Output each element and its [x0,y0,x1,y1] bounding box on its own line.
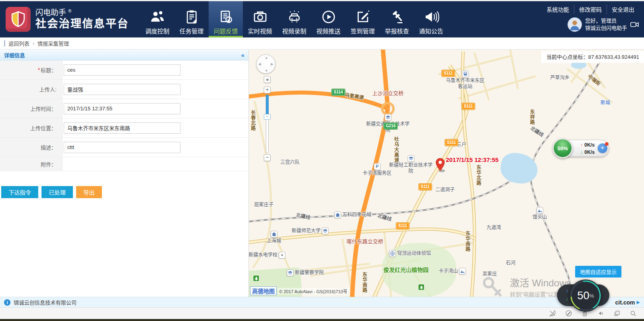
top-link-3[interactable]: 安全退出 [607,4,639,14]
pan-up-icon[interactable]: ▲ [265,56,268,60]
field-value-upload-time [62,99,248,118]
nav-item-1[interactable]: 调度控制 [140,1,174,37]
zoom-in-button[interactable]: + [264,87,271,93]
center-coordinate-readout: 当前中心点坐标：87.637633,43.924491 [541,51,644,63]
nav-item-label: 任务管理 [179,27,203,35]
download-arrow-icon: ↓ [579,149,584,156]
nav-item-9[interactable]: 通知公告 [414,1,448,37]
map-label: 芦草沟乡 [550,74,569,81]
nav-item-label: 举报核查 [385,27,409,35]
greeting-line: 您好，管理员 [585,17,627,25]
rocket-icon[interactable] [549,310,556,317]
field-value-description [62,138,248,157]
processed-button[interactable]: 已处理 [41,186,73,198]
user-name: 锦诚云创闪电助手 [585,25,627,32]
tree-icon [253,275,259,282]
field-label-title: *标题： [0,60,62,79]
brand-name: 闪电助手 [35,9,66,17]
form-row-uploader: 上传人: [0,80,248,99]
nav-item-7[interactable]: 签到管理 [346,1,380,37]
map-label: 东祥路 [529,109,536,125]
brand-text: 闪电助手 ® 社会治理信息平台 [35,8,129,30]
title-input[interactable] [64,64,180,76]
parking-icon: P [373,163,380,170]
brand-line2: 社会治理信息平台 [35,18,129,30]
map-fit-button[interactable]: 地图自适应显示 [575,266,621,278]
zoom-out-button[interactable]: − [264,154,271,161]
nav-item-2[interactable]: 任务管理 [174,1,209,37]
description-input[interactable] [64,142,180,153]
field-label-upload-location: 上传位置： [0,118,62,137]
map-poi-label: 新疆警察学院 [295,270,324,276]
notice-megaphone-icon [423,9,439,25]
map-attribution: © 2017 AutoNavi - GS(2016)710号 [278,288,349,294]
nav-item-label: 调度控制 [145,27,169,35]
registered-mark: ® [68,8,71,13]
nav-item-4[interactable]: 实时视频 [243,1,277,37]
export-button[interactable]: 导出 [76,186,102,198]
form-row-title: *标题： [0,60,248,80]
map-poi: 新疆师范大学 [292,228,329,234]
user-greeting: 您好，管理员 锦诚云创闪电助手 [585,17,627,31]
pan-down-icon[interactable]: ▼ [265,69,268,73]
map-label: 吴家庄 [482,270,497,277]
college-icon [385,114,391,121]
college-icon [322,228,329,234]
breadcrumb: 返回列表 › 情报采集管理 [0,37,644,50]
taskbar-edge [0,319,644,321]
map-poi-label: 卡子湾山 [439,268,458,274]
zoom-slider-handle[interactable]: − [264,114,271,120]
nav-item-3[interactable]: 问题反馈 [209,1,243,37]
feedback-doc-check-icon [218,9,234,25]
window-restore-icon[interactable] [613,310,621,317]
panel-title: 详细信息 [4,51,25,59]
main-content: 详细信息 « *标题：上传人:上传时间：上传位置：描述：附件： 下达指令已处理导… [0,50,644,297]
map-label: 长春北路 [250,110,257,131]
issue-command-button[interactable]: 下达指令 [1,186,38,198]
map-canvas[interactable]: 芦草沟乡乌鲁木齐市米东区客运站上沙河立交桥乌奎高速中瑞街新城东祥路新疆交通职业技… [249,50,644,297]
upload-time-input[interactable] [64,103,180,114]
upload-location-input[interactable] [64,122,180,134]
map-poi-label: 穹顶运动体验馆 [397,251,431,257]
pan-right-icon[interactable]: ▶ [271,62,273,66]
dot-icon [279,252,286,259]
field-label-description: 描述： [0,138,62,157]
amap-logo[interactable]: 高德地图 [250,286,277,295]
notification-dot [605,142,609,146]
map-label: 屈家庄子 [254,201,273,207]
progress-circle-50-percent[interactable]: 50 % [569,280,602,312]
back-to-list-link[interactable]: 返回列表 [8,39,29,47]
top-link-2[interactable]: 修改密码 [574,4,607,14]
map-poi: 卡子湾山 [439,268,466,275]
map-label: 俊发红光山植物园 [383,265,429,273]
sports-icon [389,250,396,257]
map-locate-button[interactable] [264,76,271,83]
field-label-attachment: 附件： [0,157,62,171]
field-value-attachment [62,157,248,171]
search-icon[interactable] [630,310,637,317]
nav-item-8[interactable]: 举报核查 [380,1,414,37]
user-icon [568,18,582,31]
form-row-description: 描述： [0,138,248,157]
map-pan-control[interactable]: ▲ ▼ ◀ ▶ [256,54,275,74]
expand-arrow-icon[interactable]: ▶ [637,300,640,305]
nav-item-6[interactable]: 视频推送 [311,1,346,37]
map-poi-label: 新疆水电学校 [249,252,277,258]
location-marker-icon[interactable] [435,157,446,173]
uploader-input[interactable] [64,84,180,95]
map-label: 东华南路 [464,231,471,252]
browser-statusbar [0,307,644,319]
road-badge-S114: S114 [332,89,345,95]
video-camera-icon[interactable] [630,21,639,28]
nav-item-5[interactable]: 视频录制 [277,1,311,37]
avatar[interactable] [567,17,582,32]
top-link-1[interactable]: 系统功能 [542,4,574,14]
breadcrumb-current: 情报采集管理 [37,39,69,47]
main-nav: 调度控制任务管理问题反馈实时视频视频录制视频推送签到管理举报核查通知公告 [140,1,448,37]
domain-text[interactable]: cit.com [615,299,635,306]
collapse-panel-icon[interactable]: « [241,52,244,58]
panel-header: 详细信息 « [0,50,248,60]
download-rate: 0K/s [584,149,594,155]
pan-left-icon[interactable]: ◀ [258,62,261,66]
speed-ball-50-percent[interactable]: 50% [553,138,573,158]
